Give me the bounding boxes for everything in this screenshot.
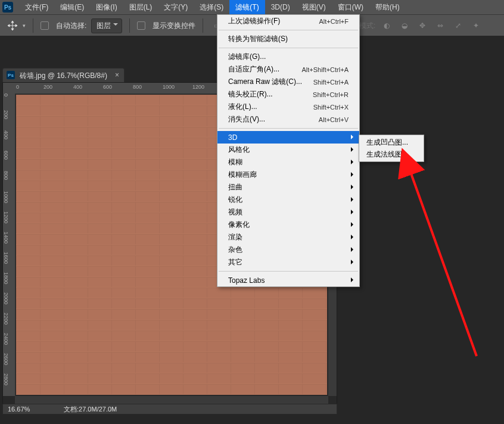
ruler-tick: 200	[3, 110, 9, 119]
menu-window[interactable]: 窗口(W)	[332, 0, 369, 15]
ruler-tick: 2800	[3, 373, 9, 385]
ruler-tick: 1000	[3, 191, 9, 203]
horizontal-scrollbar[interactable]	[15, 396, 328, 404]
menu-label: 模糊画廊	[228, 170, 349, 180]
submenu-arrow-icon	[351, 172, 356, 177]
menu-item-topaz[interactable]: Topaz Labs	[217, 274, 359, 286]
menubar: Ps 文件(F) 编辑(E) 图像(I) 图层(L) 文字(Y) 选择(S) 滤…	[0, 0, 504, 14]
menu-shortcut: Shift+Ctrl+X	[313, 104, 349, 111]
ruler-tick: 1600	[3, 252, 9, 264]
auto-select-checkbox[interactable]	[41, 21, 49, 30]
doc-icon: Ps	[7, 71, 15, 79]
ruler-tick: 1400	[3, 232, 9, 244]
ruler-tick: 0	[16, 84, 19, 90]
menu-item-noise[interactable]: 杂色	[217, 244, 359, 256]
menu-edit[interactable]: 编辑(E)	[54, 0, 90, 15]
menu-item-blur-gallery[interactable]: 模糊画廊	[217, 169, 359, 181]
menu-item-3d[interactable]: 3D	[217, 131, 359, 144]
show-transform-checkbox[interactable]	[137, 21, 145, 30]
show-transform-label: 显示变换控件	[153, 21, 195, 31]
ruler-tick: 0	[3, 93, 9, 96]
menu-3d[interactable]: 3D(D)	[265, 1, 296, 14]
menu-label: 像素化	[228, 220, 349, 230]
chevron-down-icon[interactable]: ▾	[23, 23, 26, 29]
menu-item-sharpen[interactable]: 锐化	[217, 194, 359, 206]
menu-filter[interactable]: 滤镜(T)	[229, 0, 265, 15]
menu-label: 镜头校正(R)...	[228, 89, 313, 99]
menu-item-adaptive-wide[interactable]: 自适应广角(A)...Alt+Shift+Ctrl+A	[217, 63, 359, 76]
menu-item-blur[interactable]: 模糊	[217, 156, 359, 169]
submenu-arrow-icon	[351, 247, 356, 252]
ruler-tick: 200	[43, 84, 52, 90]
menu-label: 扭曲	[228, 182, 349, 192]
separator	[129, 18, 130, 33]
menu-item-render[interactable]: 渲染	[217, 231, 359, 244]
menu-label: 液化(L)...	[228, 102, 313, 112]
ruler-corner	[3, 83, 15, 93]
submenu-arrow-icon	[351, 147, 356, 152]
menu-label: 消失点(V)...	[228, 114, 319, 124]
orbit-3d-icon: ◐	[380, 19, 393, 32]
menu-item-stylize[interactable]: 风格化	[217, 144, 359, 156]
menu-view[interactable]: 视图(V)	[296, 0, 332, 15]
menu-item-convert-smart[interactable]: 转换为智能滤镜(S)	[217, 33, 359, 45]
ruler-tick: 2400	[3, 333, 9, 345]
menu-item-vanishing[interactable]: 消失点(V)...Alt+Ctrl+V	[217, 113, 359, 126]
submenu-arrow-icon	[351, 197, 356, 202]
ruler-tick: 800	[133, 84, 142, 90]
menu-item-lens-correct[interactable]: 镜头校正(R)...Shift+Ctrl+R	[217, 88, 359, 101]
menu-shortcut: Shift+Ctrl+R	[313, 91, 349, 98]
menu-item-video[interactable]: 视频	[217, 206, 359, 219]
menu-item-liquify[interactable]: 液化(L)...Shift+Ctrl+X	[217, 101, 359, 113]
menu-label: 杂色	[228, 245, 349, 255]
submenu-arrow-icon	[351, 160, 356, 164]
menu-layer[interactable]: 图层(L)	[123, 0, 158, 15]
menu-select[interactable]: 选择(S)	[194, 0, 229, 15]
ruler-tick: 600	[103, 84, 112, 90]
menu-item-camera-raw[interactable]: Camera Raw 滤镜(C)...Shift+Ctrl+A	[217, 76, 359, 88]
ruler-tick: 600	[3, 151, 9, 160]
menu-label: 模糊	[228, 157, 349, 167]
menu-help[interactable]: 帮助(H)	[369, 0, 406, 15]
submenu-arrow-icon	[351, 135, 356, 139]
menu-label: Camera Raw 滤镜(C)...	[228, 77, 313, 87]
menu-item-distort[interactable]: 扭曲	[217, 181, 359, 194]
submenu-arrow-icon	[351, 210, 356, 214]
menu-item-generate-normal[interactable]: 生成法线图...	[359, 148, 424, 160]
ruler-tick: 2000	[3, 292, 9, 304]
ruler-tick: 1800	[3, 272, 9, 284]
filter-menu-dropdown: 上次滤镜操作(F) Alt+Ctrl+F 转换为智能滤镜(S) 滤镜库(G)..…	[217, 14, 360, 287]
menu-shortcut: Alt+Shift+Ctrl+A	[301, 66, 349, 73]
menu-separator	[219, 48, 358, 48]
menu-item-pixelate[interactable]: 像素化	[217, 219, 359, 231]
auto-select-label: 自动选择:	[56, 21, 86, 31]
separator	[33, 18, 33, 33]
menu-file[interactable]: 文件(F)	[19, 0, 54, 15]
menu-item-generate-bump[interactable]: 生成凹凸图...	[359, 136, 424, 148]
menu-item-filter-gallery[interactable]: 滤镜库(G)...	[217, 51, 359, 63]
menu-separator	[219, 30, 358, 30]
menu-shortcut: Alt+Ctrl+V	[319, 116, 349, 123]
menu-label: 上次滤镜操作(F)	[228, 16, 319, 26]
scale-3d-icon: ⤢	[452, 19, 465, 32]
menu-shortcut: Alt+Ctrl+F	[319, 18, 349, 25]
menu-label: 转换为智能滤镜(S)	[228, 34, 349, 44]
move-tool-icon[interactable]	[7, 20, 18, 31]
ruler-tick: 400	[3, 130, 9, 139]
zoom-value[interactable]: 16.67%	[3, 406, 49, 413]
vertical-ruler[interactable]: 0 200 400 600 800 1000 1200 1400 1600 18…	[3, 93, 15, 396]
submenu-arrow-icon	[351, 185, 356, 189]
menu-label: 自适应广角(A)...	[228, 64, 301, 74]
menu-label: 生成凹凸图...	[366, 138, 416, 148]
menu-type[interactable]: 文字(Y)	[158, 0, 194, 15]
menu-image[interactable]: 图像(I)	[90, 0, 123, 15]
menu-item-last-filter[interactable]: 上次滤镜操作(F) Alt+Ctrl+F	[217, 15, 359, 27]
menu-item-other[interactable]: 其它	[217, 256, 359, 269]
ruler-tick: 800	[3, 171, 9, 180]
document-title: 砖墙.jpg @ 16.7%(RGB/8#)	[20, 71, 107, 80]
close-icon[interactable]: ×	[115, 71, 119, 79]
doc-size[interactable]: 文档:27.0M/27.0M	[49, 405, 117, 414]
separator	[203, 18, 203, 33]
auto-select-target[interactable]: 图层	[91, 18, 122, 33]
pan-3d-icon: ✥	[416, 19, 429, 32]
